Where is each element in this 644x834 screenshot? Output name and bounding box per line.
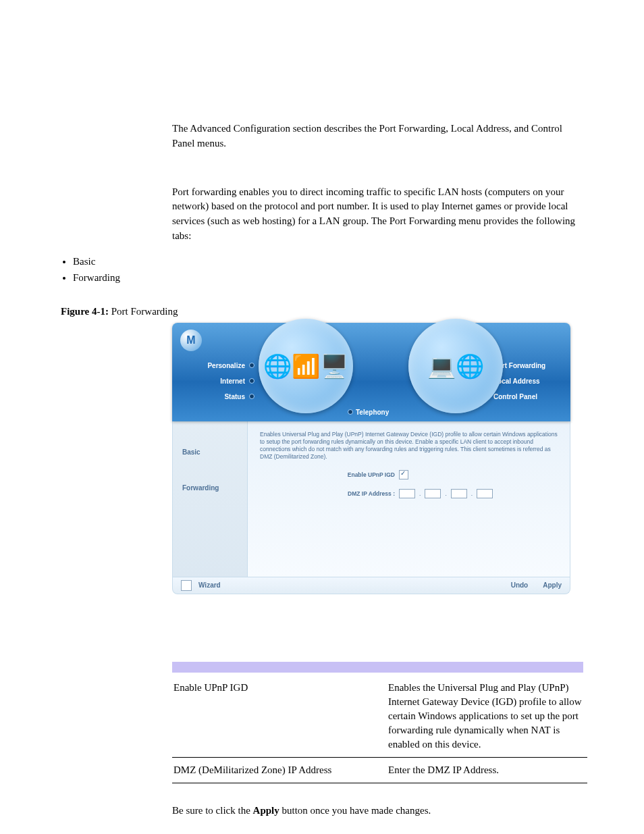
field-desc-upnp: Enables the Universal Plug and Play (UPn… (387, 675, 587, 758)
dmz-label: DMZ IP Address : (327, 490, 395, 497)
table-row: DMZ (DeMilitarized Zone) IP Address Ente… (172, 757, 587, 783)
upnp-label: Enable UPnP IGD (327, 471, 395, 478)
bubble-internet-icon: 🌐📶🖥️ (259, 319, 353, 413)
upnp-checkbox[interactable] (399, 470, 408, 479)
wizard-icon[interactable] (181, 580, 192, 591)
motorola-logo-icon: M (180, 330, 202, 351)
table-header-bar (172, 662, 583, 673)
figure-label: Port Forwarding (111, 306, 178, 317)
dmz-ip-3[interactable] (451, 489, 467, 498)
tab-basic[interactable]: Basic (173, 442, 247, 463)
router-content: Enables Universal Plug and Play (UPnP) I… (248, 421, 570, 577)
side-tabs: Basic Forwarding (173, 421, 248, 577)
bullet-basic: Basic (73, 253, 583, 269)
table-row: Enable UPnP IGD Enables the Universal Pl… (172, 675, 587, 758)
intro-paragraph-1: The Advanced Configuration section descr… (172, 122, 583, 151)
intro-paragraph-2: Port forwarding enables you to direct in… (172, 185, 583, 244)
dmz-row: DMZ IP Address : . . . (327, 489, 558, 498)
wizard-link[interactable]: Wizard (198, 581, 221, 589)
intro-bullets: Basic Forwarding (61, 253, 583, 286)
field-name-dmz: DMZ (DeMilitarized Zone) IP Address (172, 757, 387, 783)
apply-button[interactable]: Apply (543, 581, 562, 589)
router-description: Enables Universal Plug and Play (UPnP) I… (260, 431, 558, 461)
dmz-ip-1[interactable] (399, 489, 415, 498)
tab-forwarding[interactable]: Forwarding (173, 477, 247, 498)
router-header: M Personalize Internet Status Port Forwa… (172, 323, 570, 421)
dot-icon (249, 363, 254, 368)
fields-table: Enable UPnP IGD Enables the Universal Pl… (172, 675, 587, 783)
bullet-forwarding: Forwarding (73, 269, 583, 286)
dmz-ip-4[interactable] (477, 489, 493, 498)
closing-note: Be sure to click the Apply button once y… (172, 804, 583, 818)
field-name-upnp: Enable UPnP IGD (172, 675, 387, 758)
nav-personalize[interactable]: Personalize (194, 362, 254, 369)
nav-telephony[interactable]: Telephony (348, 409, 389, 416)
figure-prefix: Figure 4-1: (61, 306, 109, 317)
nav-internet[interactable]: Internet (194, 377, 254, 385)
router-footer: Wizard Undo Apply (172, 577, 570, 594)
nav-control-panel[interactable]: Control Panel (484, 393, 558, 400)
dmz-ip-2[interactable] (425, 489, 441, 498)
upnp-row: Enable UPnP IGD (327, 470, 558, 479)
nav-status[interactable]: Status (194, 393, 254, 400)
field-desc-dmz: Enter the DMZ IP Address. (387, 757, 587, 783)
dot-icon (348, 409, 353, 415)
dot-icon (249, 394, 254, 399)
undo-button[interactable]: Undo (511, 581, 529, 589)
dot-icon (249, 378, 254, 384)
bubble-computer-icon: 💻🌐 (408, 319, 503, 413)
router-screenshot: M Personalize Internet Status Port Forwa… (172, 323, 570, 594)
router-body: Basic Forwarding Enables Universal Plug … (172, 421, 570, 577)
figure-caption: Figure 4-1: Port Forwarding (61, 306, 583, 317)
apply-bold: Apply (253, 805, 279, 816)
nav-left-group: Personalize Internet Status (194, 362, 254, 409)
